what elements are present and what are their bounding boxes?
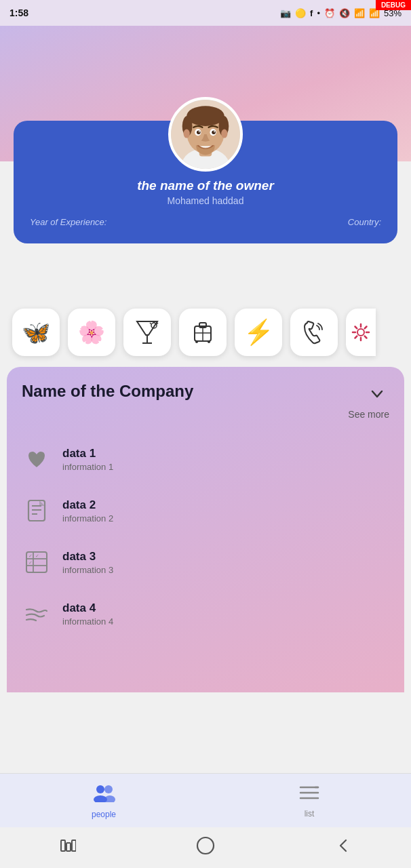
year-of-experience-label: Year of Experience: [30, 217, 106, 227]
butterfly-icon: 🦋 [22, 319, 50, 346]
profile-meta: Year of Experience: Country: [30, 217, 381, 227]
country-label: Country: [348, 217, 381, 227]
document-icon [22, 496, 52, 526]
data-info-3: information 3 [62, 565, 113, 575]
see-more-button[interactable]: See more [22, 409, 389, 420]
data-label-3: data 3 [62, 550, 113, 564]
data-item-3: ✓ ✓ ✓ data 3 information 3 [22, 536, 389, 588]
camera-icon: 📷 [280, 8, 291, 18]
device-nav [0, 827, 411, 868]
avatar [168, 97, 243, 172]
svg-rect-56 [61, 840, 65, 851]
svg-rect-58 [72, 840, 76, 851]
svg-line-35 [355, 336, 357, 338]
avatar-image [171, 97, 240, 172]
nav-list[interactable]: list [279, 781, 340, 821]
data-text-1: data 1 information 1 [62, 447, 113, 472]
list-icon [299, 784, 319, 806]
debug-badge: DEBUG [376, 0, 411, 10]
svg-point-14 [221, 130, 227, 138]
recents-button[interactable] [49, 833, 87, 862]
alarm-icon: ⏰ [324, 8, 335, 18]
status-time: 1:58 [9, 7, 28, 18]
mute-icon: 🔇 [339, 8, 350, 18]
data-item-4: data 4 information 4 [22, 588, 389, 639]
data-label-2: data 2 [62, 498, 113, 512]
chevron-down-icon [370, 387, 385, 401]
icon-cocktail[interactable] [123, 309, 171, 356]
svg-rect-57 [66, 843, 71, 851]
people-icon [92, 783, 115, 807]
data-item-1: data 1 information 1 [22, 433, 389, 485]
bottom-nav: people list [0, 773, 411, 827]
profile-subtitle: Mohamed haddad [168, 195, 244, 206]
data-item-2: data 2 information 2 [22, 485, 389, 536]
icon-flower[interactable]: 🌸 [68, 309, 115, 356]
svg-point-27 [208, 340, 210, 343]
profile-card: the name of the owner Mohamed haddad Yea… [14, 121, 397, 243]
icon-row: 🦋 🌸 ⚡ [0, 298, 411, 367]
svg-text:✓: ✓ [28, 553, 33, 558]
data-text-3: data 3 information 3 [62, 550, 113, 575]
cocktail-svg [135, 319, 159, 346]
nav-people-label: people [92, 810, 116, 819]
lightning-icon: ⚡ [243, 318, 274, 347]
fb-icon: f [310, 8, 313, 18]
company-name: Name of the Company [22, 382, 193, 401]
profile-title: the name of the owner [137, 178, 274, 193]
phone-wave-svg [302, 320, 326, 344]
svg-point-11 [199, 131, 200, 132]
icon-butterfly[interactable]: 🦋 [12, 309, 60, 356]
nav-people[interactable]: people [71, 781, 136, 822]
data-info-4: information 4 [62, 616, 113, 627]
heart-icon [22, 444, 52, 474]
svg-point-50 [104, 785, 113, 793]
svg-rect-59 [197, 837, 214, 854]
company-header: Name of the Company [22, 382, 389, 406]
gear-svg [351, 322, 371, 342]
svg-text:✓: ✓ [35, 553, 39, 558]
status-bar: 1:58 📷 🟡 f • ⏰ 🔇 📶 📶 53% [0, 0, 411, 26]
back-button[interactable] [324, 833, 362, 862]
svg-line-33 [355, 327, 357, 329]
dot-icon: • [317, 8, 320, 18]
data-info-1: information 1 [62, 462, 113, 472]
wind-icon [22, 599, 52, 629]
icon-lightning[interactable]: ⚡ [235, 309, 282, 356]
data-text-2: data 2 information 2 [62, 498, 113, 524]
data-label-4: data 4 [62, 601, 113, 615]
svg-point-28 [357, 329, 364, 336]
svg-point-48 [96, 785, 104, 793]
svg-point-51 [104, 795, 115, 802]
svg-point-12 [214, 131, 215, 132]
svg-line-34 [365, 336, 367, 338]
svg-point-26 [195, 340, 198, 343]
data-info-2: information 2 [62, 513, 113, 524]
luggage-svg [191, 319, 214, 345]
icon-partial[interactable] [346, 309, 376, 356]
data-label-1: data 1 [62, 447, 113, 460]
icon-luggage[interactable] [179, 309, 227, 356]
circle-icon: 🟡 [295, 8, 306, 18]
svg-line-36 [365, 327, 367, 329]
svg-point-4 [187, 106, 224, 126]
svg-point-10 [212, 130, 216, 134]
chevron-down-button[interactable] [365, 382, 389, 406]
company-section: Name of the Company See more data 1 info… [7, 367, 404, 692]
wifi-icon: 📶 [354, 8, 365, 18]
nav-list-label: list [305, 809, 315, 818]
list-check-icon: ✓ ✓ ✓ [22, 547, 52, 577]
flower-icon: 🌸 [78, 319, 105, 345]
svg-line-20 [150, 323, 151, 324]
icon-phone-wave[interactable] [290, 309, 338, 356]
svg-point-9 [197, 130, 201, 134]
home-button[interactable] [185, 832, 226, 863]
svg-point-13 [184, 130, 190, 138]
svg-text:✓: ✓ [28, 560, 33, 565]
data-text-4: data 4 information 4 [62, 601, 113, 627]
